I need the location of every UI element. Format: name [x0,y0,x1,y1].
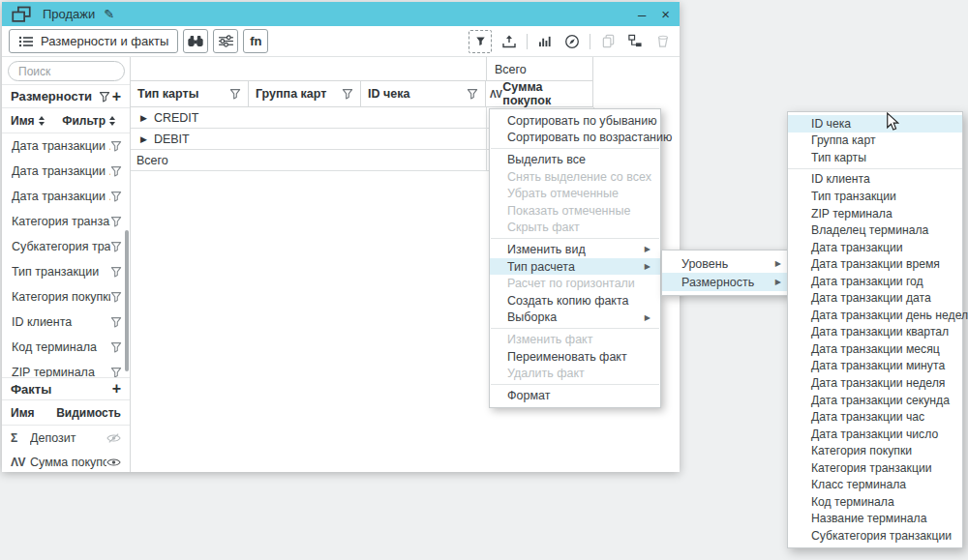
add-dimension-button[interactable]: + [112,89,121,104]
column-header-card-type[interactable]: Тип карты [131,81,249,106]
filter-icon[interactable] [110,216,122,227]
dimension-row[interactable]: Дата транзакции ... [2,159,130,184]
dimension-option[interactable]: ZIP терминала [788,205,962,222]
dimension-option[interactable]: Дата транзакции время [788,255,962,273]
dimension-option[interactable]: Субкатегория транзакции [788,527,962,545]
name-column-label[interactable]: Имя [11,114,35,128]
filter-toggle-icon[interactable] [469,30,492,53]
menu-item-sort-asc[interactable]: Сортировать по возрастанию [490,130,660,147]
filter-icon[interactable] [110,341,122,353]
submenu-item-level[interactable]: Уровень▶ [662,254,790,273]
dimension-option[interactable]: Название терминала [788,511,962,528]
filter-icon[interactable] [229,88,241,100]
filter-icon[interactable] [110,266,122,278]
filter-icon[interactable] [342,88,353,100]
dimension-option[interactable]: ID клиента [788,171,962,189]
column-header-purchase-sum[interactable]: ΛV Сумма покупок [486,81,593,106]
submenu-item-dimension[interactable]: Размерность▶ [662,273,790,291]
dimensions-and-facts-button[interactable]: Размерности и факты [9,29,178,53]
dimensions-list: Дата транзакции ... Дата транзакции ... … [2,133,130,377]
dimension-row[interactable]: Код терминала [2,335,130,360]
fact-label: Депозит [30,431,106,445]
dimension-label: ZIP терминала [12,366,110,377]
dimension-option[interactable]: Дата транзакции дата [788,289,962,307]
search-data-button[interactable] [183,29,208,53]
dimension-option[interactable]: ID чека [788,115,962,133]
dimension-option[interactable]: Владелец терминала [788,221,962,239]
fact-context-menu: Сортировать по убыванию Сортировать по в… [489,108,661,408]
dimension-row[interactable]: ID клиента [2,309,130,335]
dimension-row[interactable]: ZIP терминала [2,360,130,377]
minimize-button[interactable]: – [638,7,646,21]
menu-item-selection[interactable]: Выборка▶ [490,309,660,327]
dimension-row[interactable]: Дата транзакции ... [2,184,130,209]
menu-item-select-all[interactable]: Выделить все [490,151,660,168]
dimension-option[interactable]: Дата транзакции год [788,273,962,290]
dimension-option[interactable]: Код терминала [788,493,962,511]
settings-sliders-button[interactable] [213,29,238,53]
filter-icon[interactable] [99,91,110,103]
dimension-option[interactable]: Группа карт [788,133,962,150]
eye-off-icon[interactable] [106,433,121,443]
menu-item-change-view[interactable]: Изменить вид▶ [490,241,660,258]
function-button[interactable]: fn [243,29,268,53]
dimensions-section-header: Размерности + [2,85,130,108]
sort-arrows-icon[interactable] [39,116,45,126]
column-header-check-id[interactable]: ID чека [361,81,486,106]
dimension-row[interactable]: Дата транзакции ... [2,133,130,159]
column-header-card-group[interactable]: Группа карт [249,81,361,106]
menu-item-calc-type[interactable]: Тип расчета▶ [490,258,660,276]
dimension-row[interactable]: Категория покупки [2,284,130,309]
fact-row[interactable]: ΛV Сумма покупок [2,450,130,474]
fn-label: fn [250,34,261,48]
dimension-option[interactable]: Дата транзакции час [788,408,962,426]
dimension-option[interactable]: Тип карты [788,149,962,166]
eye-icon[interactable] [106,457,121,467]
dimension-option[interactable]: Категория транзакции [788,459,962,477]
menu-item-format[interactable]: Формат [490,387,660,404]
dimension-row[interactable]: Субкатегория тра... [2,234,130,259]
close-button[interactable]: × [661,7,670,21]
filter-icon[interactable] [110,191,122,202]
filter-icon[interactable] [110,316,122,328]
dimension-row[interactable]: Тип транзакции [2,259,130,284]
menu-item-rename-fact[interactable]: Переименовать факт [490,348,660,366]
dimension-option[interactable]: Класс терминала [788,476,962,493]
export-icon[interactable] [499,32,519,51]
sidebar-scrollbar[interactable] [125,230,129,371]
expand-icon[interactable]: ▶ [140,113,147,123]
window-titlebar[interactable]: Продажи ✎ – × [2,2,680,26]
fact-row[interactable]: Σ Депозит [2,426,130,450]
filter-icon[interactable] [110,367,122,377]
sort-arrows-icon[interactable] [109,116,115,126]
dimension-option[interactable]: Дата транзакции число [788,426,962,443]
menu-item-copy-fact[interactable]: Создать копию факта [490,292,660,309]
filter-icon[interactable] [467,88,478,100]
dimension-option[interactable]: Дата транзакции месяц [788,340,962,358]
hierarchy-icon[interactable] [625,32,645,51]
filter-icon[interactable] [110,241,122,252]
dimension-row[interactable]: Категория транза... [2,209,130,234]
dimension-label: Категория транза... [12,215,110,228]
filter-column-label[interactable]: Фильтр [62,114,106,128]
expand-icon[interactable]: ▶ [140,134,147,144]
add-fact-button[interactable]: + [112,381,121,397]
search-input[interactable] [8,61,125,81]
menu-item-sort-desc[interactable]: Сортировать по убыванию [490,112,660,130]
dimension-option[interactable]: Дата транзакции минута [788,358,962,375]
filter-icon[interactable] [110,291,122,303]
dimension-option[interactable]: Дата транзакции квартал [788,324,962,341]
dimension-option[interactable]: Дата транзакции неделя [788,374,962,392]
dimension-option[interactable]: Дата транзакции секунда [788,392,962,409]
dimension-option[interactable]: Дата транзакции день недели [788,307,962,324]
toolbar-left-group: Размерности и факты fn [9,29,268,53]
edit-title-icon[interactable]: ✎ [104,8,114,20]
compass-icon[interactable] [562,32,582,51]
filter-icon[interactable] [110,140,122,152]
filter-icon[interactable] [110,165,122,177]
dimension-option[interactable]: Дата транзакции [788,239,962,256]
chart-icon[interactable] [535,32,555,51]
total-column-header[interactable]: Всего [486,57,593,81]
dimension-option[interactable]: Тип транзакции [788,188,962,205]
dimension-option[interactable]: Категория покупки [788,442,962,459]
